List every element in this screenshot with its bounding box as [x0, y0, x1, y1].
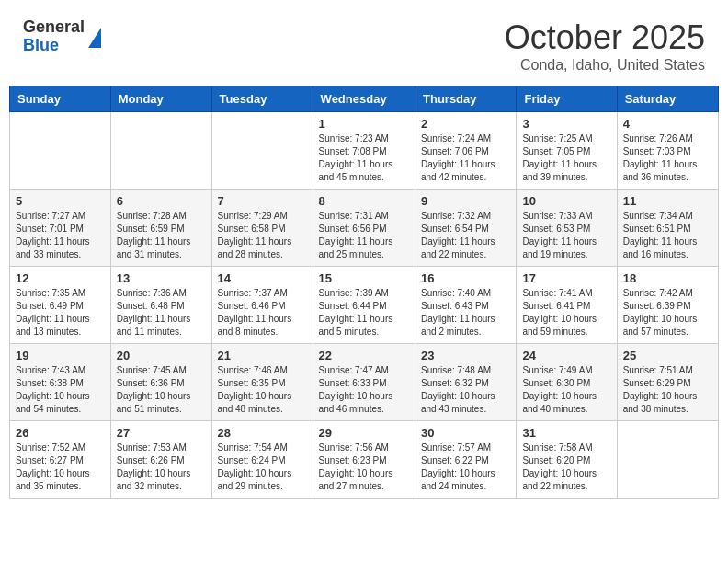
day-info: Sunrise: 7:25 AM Sunset: 7:05 PM Dayligh…: [522, 132, 610, 184]
calendar-cell: [110, 112, 211, 190]
calendar-cell: 7Sunrise: 7:29 AM Sunset: 6:58 PM Daylig…: [211, 190, 313, 267]
day-number: 9: [421, 194, 510, 208]
day-number: 21: [218, 349, 307, 362]
calendar-cell: 6Sunrise: 7:28 AM Sunset: 6:59 PM Daylig…: [110, 190, 211, 267]
day-number: 28: [218, 426, 307, 440]
day-info: Sunrise: 7:41 AM Sunset: 6:41 PM Dayligh…: [522, 287, 610, 339]
calendar-cell: 14Sunrise: 7:37 AM Sunset: 6:46 PM Dayli…: [211, 267, 313, 344]
day-number: 24: [522, 349, 610, 362]
day-info: Sunrise: 7:36 AM Sunset: 6:48 PM Dayligh…: [117, 287, 206, 339]
day-info: Sunrise: 7:58 AM Sunset: 6:20 PM Dayligh…: [522, 442, 610, 493]
title-section: October 2025 Conda, Idaho, United States: [505, 18, 705, 74]
day-number: 10: [522, 194, 610, 208]
calendar-week-row: 1Sunrise: 7:23 AM Sunset: 7:08 PM Daylig…: [10, 112, 719, 190]
day-number: 13: [117, 271, 206, 285]
day-number: 2: [421, 117, 510, 131]
calendar-cell: 21Sunrise: 7:46 AM Sunset: 6:35 PM Dayli…: [211, 344, 313, 421]
day-number: 20: [117, 349, 206, 362]
day-info: Sunrise: 7:51 AM Sunset: 6:29 PM Dayligh…: [623, 364, 712, 416]
calendar-cell: 31Sunrise: 7:58 AM Sunset: 6:20 PM Dayli…: [517, 421, 617, 499]
logo: General Blue: [23, 18, 101, 55]
calendar-cell: 20Sunrise: 7:45 AM Sunset: 6:36 PM Dayli…: [110, 344, 211, 421]
day-info: Sunrise: 7:32 AM Sunset: 6:54 PM Dayligh…: [421, 210, 510, 261]
calendar-header-saturday: Saturday: [617, 86, 718, 112]
calendar-cell: 2Sunrise: 7:24 AM Sunset: 7:06 PM Daylig…: [415, 112, 517, 190]
day-number: 4: [623, 117, 712, 131]
calendar-cell: [211, 112, 313, 190]
calendar-week-row: 5Sunrise: 7:27 AM Sunset: 7:01 PM Daylig…: [10, 190, 719, 267]
logo-triangle-icon: [88, 28, 101, 48]
calendar-cell: 4Sunrise: 7:26 AM Sunset: 7:03 PM Daylig…: [617, 112, 718, 190]
day-info: Sunrise: 7:34 AM Sunset: 6:51 PM Dayligh…: [623, 210, 712, 261]
calendar-cell: 23Sunrise: 7:48 AM Sunset: 6:32 PM Dayli…: [415, 344, 517, 421]
calendar-cell: [617, 421, 718, 499]
logo-text: General Blue: [23, 18, 85, 55]
day-number: 5: [16, 194, 105, 208]
day-info: Sunrise: 7:46 AM Sunset: 6:35 PM Dayligh…: [218, 364, 307, 416]
day-number: 29: [319, 426, 409, 440]
day-number: 25: [623, 349, 712, 362]
calendar-header-wednesday: Wednesday: [313, 86, 415, 112]
day-info: Sunrise: 7:56 AM Sunset: 6:23 PM Dayligh…: [319, 442, 409, 493]
day-info: Sunrise: 7:37 AM Sunset: 6:46 PM Dayligh…: [218, 287, 307, 339]
day-info: Sunrise: 7:57 AM Sunset: 6:22 PM Dayligh…: [421, 442, 510, 493]
calendar-cell: 26Sunrise: 7:52 AM Sunset: 6:27 PM Dayli…: [10, 421, 111, 499]
calendar-week-row: 12Sunrise: 7:35 AM Sunset: 6:49 PM Dayli…: [10, 267, 719, 344]
calendar-cell: 16Sunrise: 7:40 AM Sunset: 6:43 PM Dayli…: [415, 267, 517, 344]
day-number: 31: [522, 426, 610, 440]
calendar-cell: 9Sunrise: 7:32 AM Sunset: 6:54 PM Daylig…: [415, 190, 517, 267]
calendar-cell: 28Sunrise: 7:54 AM Sunset: 6:24 PM Dayli…: [211, 421, 313, 499]
calendar-header-row: SundayMondayTuesdayWednesdayThursdayFrid…: [10, 86, 719, 112]
day-number: 18: [623, 271, 712, 285]
calendar-cell: 12Sunrise: 7:35 AM Sunset: 6:49 PM Dayli…: [10, 267, 111, 344]
calendar-header-friday: Friday: [517, 86, 617, 112]
calendar-cell: 30Sunrise: 7:57 AM Sunset: 6:22 PM Dayli…: [415, 421, 517, 499]
calendar-cell: 29Sunrise: 7:56 AM Sunset: 6:23 PM Dayli…: [313, 421, 415, 499]
day-info: Sunrise: 7:54 AM Sunset: 6:24 PM Dayligh…: [218, 442, 307, 493]
day-info: Sunrise: 7:24 AM Sunset: 7:06 PM Dayligh…: [421, 132, 510, 184]
day-info: Sunrise: 7:47 AM Sunset: 6:33 PM Dayligh…: [319, 364, 409, 416]
day-number: 14: [218, 271, 307, 285]
day-info: Sunrise: 7:53 AM Sunset: 6:26 PM Dayligh…: [117, 442, 206, 493]
calendar-cell: 3Sunrise: 7:25 AM Sunset: 7:05 PM Daylig…: [517, 112, 617, 190]
calendar-header-thursday: Thursday: [415, 86, 517, 112]
calendar-cell: 5Sunrise: 7:27 AM Sunset: 7:01 PM Daylig…: [10, 190, 111, 267]
day-info: Sunrise: 7:29 AM Sunset: 6:58 PM Dayligh…: [218, 210, 307, 261]
calendar-header-monday: Monday: [110, 86, 211, 112]
calendar-cell: 19Sunrise: 7:43 AM Sunset: 6:38 PM Dayli…: [10, 344, 111, 421]
day-number: 3: [522, 117, 610, 131]
day-info: Sunrise: 7:27 AM Sunset: 7:01 PM Dayligh…: [16, 210, 105, 261]
day-number: 22: [319, 349, 409, 362]
location-subtitle: Conda, Idaho, United States: [505, 57, 705, 74]
month-title: October 2025: [505, 18, 705, 57]
day-number: 1: [319, 117, 409, 131]
calendar-cell: [10, 112, 111, 190]
day-info: Sunrise: 7:48 AM Sunset: 6:32 PM Dayligh…: [421, 364, 510, 416]
day-number: 17: [522, 271, 610, 285]
day-number: 8: [319, 194, 409, 208]
day-info: Sunrise: 7:52 AM Sunset: 6:27 PM Dayligh…: [16, 442, 105, 493]
calendar-cell: 22Sunrise: 7:47 AM Sunset: 6:33 PM Dayli…: [313, 344, 415, 421]
day-info: Sunrise: 7:45 AM Sunset: 6:36 PM Dayligh…: [117, 364, 206, 416]
calendar-cell: 10Sunrise: 7:33 AM Sunset: 6:53 PM Dayli…: [517, 190, 617, 267]
calendar-cell: 1Sunrise: 7:23 AM Sunset: 7:08 PM Daylig…: [313, 112, 415, 190]
day-info: Sunrise: 7:26 AM Sunset: 7:03 PM Dayligh…: [623, 132, 712, 184]
day-info: Sunrise: 7:35 AM Sunset: 6:49 PM Dayligh…: [16, 287, 105, 339]
calendar-week-row: 19Sunrise: 7:43 AM Sunset: 6:38 PM Dayli…: [10, 344, 719, 421]
day-number: 19: [16, 349, 105, 362]
calendar-cell: 15Sunrise: 7:39 AM Sunset: 6:44 PM Dayli…: [313, 267, 415, 344]
day-info: Sunrise: 7:39 AM Sunset: 6:44 PM Dayligh…: [319, 287, 409, 339]
calendar-cell: 13Sunrise: 7:36 AM Sunset: 6:48 PM Dayli…: [110, 267, 211, 344]
calendar-cell: 18Sunrise: 7:42 AM Sunset: 6:39 PM Dayli…: [617, 267, 718, 344]
calendar-header-tuesday: Tuesday: [211, 86, 313, 112]
day-number: 12: [16, 271, 105, 285]
calendar-cell: 27Sunrise: 7:53 AM Sunset: 6:26 PM Dayli…: [110, 421, 211, 499]
day-number: 26: [16, 426, 105, 440]
day-number: 23: [421, 349, 510, 362]
day-number: 6: [117, 194, 206, 208]
day-info: Sunrise: 7:43 AM Sunset: 6:38 PM Dayligh…: [16, 364, 105, 416]
calendar-cell: 25Sunrise: 7:51 AM Sunset: 6:29 PM Dayli…: [617, 344, 718, 421]
calendar-cell: 8Sunrise: 7:31 AM Sunset: 6:56 PM Daylig…: [313, 190, 415, 267]
page-header: General Blue October 2025 Conda, Idaho, …: [9, 9, 719, 78]
day-info: Sunrise: 7:49 AM Sunset: 6:30 PM Dayligh…: [522, 364, 610, 416]
